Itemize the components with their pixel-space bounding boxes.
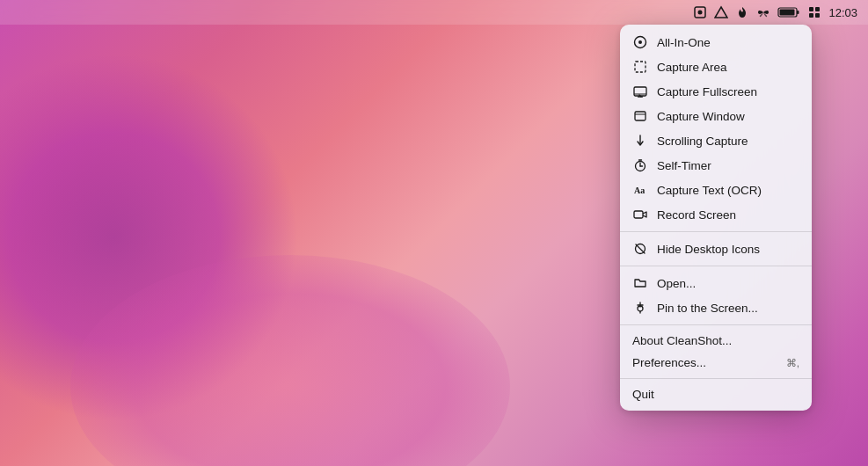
menu-item-self-timer[interactable]: Self-Timer [620, 153, 812, 178]
svg-rect-6 [809, 7, 813, 11]
menu-item-scrolling-capture[interactable]: Scrolling Capture [620, 128, 812, 153]
capture-text-icon: Aa [632, 182, 648, 198]
hide-desktop-icon [632, 241, 648, 257]
delta-menubar-icon[interactable] [714, 5, 728, 19]
svg-rect-9 [815, 13, 820, 18]
svg-rect-5 [780, 10, 795, 16]
pin-icon [632, 300, 648, 316]
hide-desktop-label: Hide Desktop Icons [657, 243, 799, 256]
svg-rect-7 [815, 7, 820, 11]
divider-3 [620, 324, 812, 325]
capture-text-label: Capture Text (OCR) [657, 184, 799, 197]
open-label: Open... [657, 277, 799, 290]
battery-menubar-icon [777, 6, 800, 18]
menu-item-about[interactable]: About CleanShot... [620, 330, 812, 352]
svg-rect-12 [635, 62, 646, 72]
menu-item-quit[interactable]: Quit [620, 383, 812, 405]
menubar-icons [693, 5, 821, 19]
svg-marker-2 [715, 7, 727, 18]
capture-window-label: Capture Window [657, 110, 799, 123]
divider-4 [620, 378, 812, 379]
svg-rect-25 [634, 211, 643, 218]
divider-2 [620, 266, 812, 266]
menubar-time: 12:03 [828, 6, 857, 19]
preferences-shortcut: ⌘, [786, 357, 799, 369]
capture-window-icon [632, 108, 648, 124]
all-in-one-label: All-In-One [657, 36, 799, 49]
all-in-one-icon [632, 34, 648, 50]
svg-text:Aa: Aa [634, 186, 645, 195]
flame-menubar-icon[interactable] [735, 5, 749, 19]
menu-item-record-screen[interactable]: Record Screen [620, 202, 812, 227]
about-label: About CleanShot... [632, 334, 799, 347]
scrolling-capture-label: Scrolling Capture [657, 135, 799, 148]
pin-label: Pin to the Screen... [657, 302, 799, 315]
menu-item-all-in-one[interactable]: All-In-One [620, 30, 812, 55]
self-timer-icon [632, 157, 648, 173]
menu-item-capture-text[interactable]: Aa Capture Text (OCR) [620, 178, 812, 202]
menu-item-hide-desktop[interactable]: Hide Desktop Icons [620, 237, 812, 261]
quit-label: Quit [632, 388, 799, 401]
menu-item-open[interactable]: Open... [620, 271, 812, 295]
capture-area-icon [632, 59, 648, 75]
capture-fullscreen-icon [632, 84, 648, 99]
svg-point-1 [698, 11, 703, 15]
self-timer-label: Self-Timer [657, 159, 799, 172]
menubar: 12:03 [0, 0, 868, 25]
control-center-icon[interactable] [807, 5, 821, 19]
menu-item-capture-fullscreen[interactable]: Capture Fullscreen [620, 79, 812, 104]
open-icon [632, 275, 648, 291]
record-screen-icon [632, 207, 648, 222]
capture-fullscreen-label: Capture Fullscreen [657, 85, 799, 98]
menu-item-capture-area[interactable]: Capture Area [620, 55, 812, 79]
scrolling-capture-icon [632, 133, 648, 149]
svg-rect-8 [809, 13, 813, 18]
svg-point-11 [638, 40, 642, 44]
menu-item-preferences[interactable]: Preferences... ⌘, [620, 352, 812, 374]
dropdown-menu: All-In-One Capture Area Capture Fulls [620, 25, 812, 411]
preferences-label: Preferences... [632, 356, 777, 369]
menu-item-capture-window[interactable]: Capture Window [620, 104, 812, 128]
butterfly-menubar-icon[interactable] [756, 5, 770, 19]
svg-rect-4 [797, 11, 799, 14]
menu-item-pin[interactable]: Pin to the Screen... [620, 295, 812, 320]
divider-1 [620, 231, 812, 232]
capture-area-label: Capture Area [657, 61, 799, 74]
svg-rect-17 [635, 112, 646, 120]
record-screen-label: Record Screen [657, 208, 799, 222]
desktop: 12:03 All-In-One Capture Area [0, 0, 868, 466]
cleanshot-menubar-icon[interactable] [693, 5, 707, 19]
